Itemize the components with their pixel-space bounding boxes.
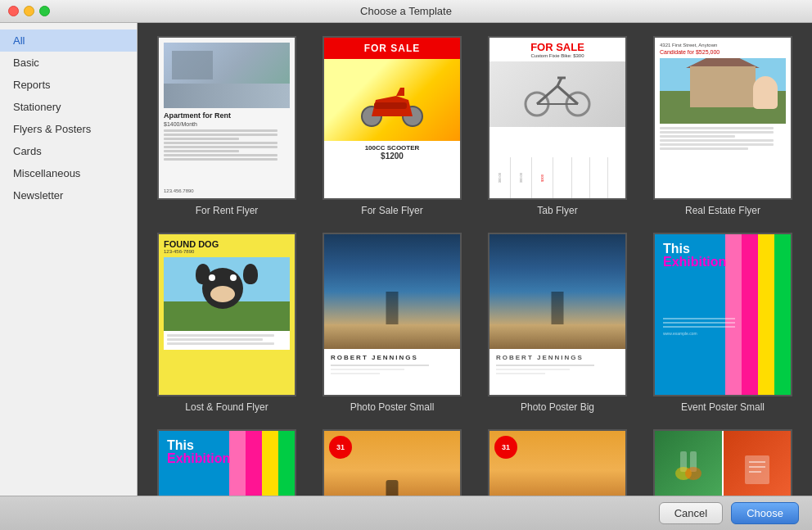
template-thumb-surf-sun-beach-1[interactable]: 31 SURF, SUN &BEACH PARTY bbox=[323, 429, 462, 496]
sidebar-item-all[interactable]: All bbox=[0, 29, 137, 52]
eps-title-exhibition: Exhibition bbox=[663, 256, 783, 269]
template-thumb-event-poster-small[interactable]: This Exhibition www.example.com bbox=[653, 233, 792, 396]
sidebar: All Basic Reports Stationery Flyers & Po… bbox=[0, 23, 138, 496]
window-title: Choose a Template bbox=[360, 5, 452, 17]
sale-text: 100CC SCOOTER $1200 bbox=[324, 141, 460, 164]
dog-shape bbox=[202, 268, 251, 321]
flyer-exh-preview: This Exhibition bbox=[159, 431, 295, 496]
minimize-button[interactable] bbox=[24, 6, 34, 16]
template-item-real-estate-flyer[interactable]: 4321 First Street, Anytown Candidate for… bbox=[647, 36, 799, 216]
sidebar-item-reports[interactable]: Reports bbox=[0, 74, 137, 96]
rent-price: $1400/Month bbox=[164, 121, 290, 127]
surf2-date-circle: 31 bbox=[494, 436, 517, 459]
window-controls[interactable] bbox=[8, 6, 50, 16]
flyer-tab-preview: FOR SALE Custom Fixie Bike: $300 bbox=[489, 38, 625, 198]
template-item-lost-found-flyer[interactable]: FOUND DOG 123-456-7890 bbox=[151, 233, 303, 413]
sidebar-item-newsletter[interactable]: Newsletter bbox=[0, 184, 137, 206]
re-house-image bbox=[660, 58, 786, 124]
template-thumb-tab-flyer[interactable]: FOR SALE Custom Fixie Bike: $300 bbox=[488, 36, 627, 200]
choose-button[interactable]: Choose bbox=[731, 502, 799, 524]
sidebar-item-stationery[interactable]: Stationery bbox=[0, 96, 137, 118]
tab-strip-2: 300.00 bbox=[511, 157, 532, 198]
re-lines bbox=[660, 127, 786, 150]
sale-header: FOR SALE bbox=[324, 38, 460, 59]
flyer-eps-preview: This Exhibition www.example.com bbox=[655, 234, 791, 395]
flyer-sale-preview: FOR SALE 100CC SC bbox=[324, 38, 460, 198]
flyer-re-preview: 4321 First Street, Anytown Candidate for… bbox=[655, 38, 791, 198]
template-label-tab-flyer: Tab Flyer bbox=[537, 205, 577, 216]
template-thumb-photo-poster-small[interactable]: ROBERT JENNINGS bbox=[323, 233, 462, 396]
template-label-event-poster-small: Event Poster Small bbox=[681, 401, 765, 413]
sidebar-item-cards[interactable]: Cards bbox=[0, 140, 137, 162]
template-item-surf-sun-beach-1[interactable]: 31 SURF, SUN &BEACH PARTY Surf, Sun & Be… bbox=[316, 429, 468, 496]
flyer-ppb-preview: ROBERT JENNINGS bbox=[489, 234, 625, 395]
sale-image bbox=[324, 59, 460, 141]
template-thumb-lorem-elementary[interactable]: Lorem Elementary bbox=[653, 429, 792, 496]
surf-image: 31 bbox=[324, 431, 460, 496]
lf-dog-image bbox=[164, 257, 290, 331]
dog-head bbox=[202, 268, 243, 309]
lf-body bbox=[164, 331, 290, 350]
flyer-surf2-preview: 31 SURF, SUN & bbox=[489, 431, 625, 496]
template-item-tab-flyer[interactable]: FOR SALE Custom Fixie Bike: $300 bbox=[481, 36, 634, 216]
surf-date-circle: 31 bbox=[329, 436, 352, 459]
template-thumb-lost-found-flyer[interactable]: FOUND DOG 123-456-7890 bbox=[157, 233, 296, 396]
template-thumb-for-rent-flyer[interactable]: Apartment for Rent $1400/Month bbox=[157, 36, 296, 200]
template-thumb-real-estate-flyer[interactable]: 4321 First Street, Anytown Candidate for… bbox=[653, 36, 792, 200]
template-label-real-estate-flyer: Real Estate Flyer bbox=[685, 205, 760, 216]
rent-lines bbox=[164, 129, 290, 161]
template-thumb-photo-poster-big[interactable]: ROBERT JENNINGS bbox=[488, 233, 627, 396]
exh-title-this: This bbox=[167, 439, 286, 452]
sidebar-item-miscellaneous[interactable]: Miscellaneous bbox=[0, 162, 137, 184]
template-label-for-sale-flyer: For Sale Flyer bbox=[361, 205, 422, 216]
template-grid-container[interactable]: Apartment for Rent $1400/Month bbox=[138, 23, 812, 496]
re-house bbox=[690, 66, 756, 107]
lf-lines bbox=[167, 334, 286, 345]
cancel-button[interactable]: Cancel bbox=[659, 502, 723, 524]
pps-name: ROBERT JENNINGS bbox=[331, 354, 453, 361]
pps-image bbox=[324, 234, 460, 349]
eps-link: www.example.com bbox=[663, 331, 783, 336]
sidebar-item-basic[interactable]: Basic bbox=[0, 52, 137, 74]
template-grid: Apartment for Rent $1400/Month bbox=[151, 36, 799, 496]
lorem-grid bbox=[655, 431, 791, 496]
bottom-bar: Cancel Choose bbox=[0, 496, 812, 530]
template-label-for-rent-flyer: For Rent Flyer bbox=[196, 205, 259, 216]
rent-phone: 123.456.7890 bbox=[164, 188, 194, 193]
sidebar-item-flyers-posters[interactable]: Flyers & Posters bbox=[0, 118, 137, 140]
eps-title-this: This bbox=[663, 242, 783, 256]
pps-text-area: ROBERT JENNINGS bbox=[324, 349, 460, 379]
tab-strip-3: $300 bbox=[532, 157, 553, 198]
science-icon bbox=[668, 447, 709, 488]
re-price: Candidate for $525,000 bbox=[660, 49, 786, 55]
template-label-photo-poster-small: Photo Poster Small bbox=[350, 401, 435, 413]
template-thumb-surf-sun-beach-2[interactable]: 31 SURF, SUN & bbox=[488, 429, 627, 496]
template-thumb-exhibition[interactable]: This Exhibition bbox=[157, 429, 296, 496]
template-item-surf-sun-beach-2[interactable]: 31 SURF, SUN & Surf, Sun & bbox=[481, 429, 634, 496]
close-button[interactable] bbox=[8, 6, 19, 16]
rent-image bbox=[164, 43, 290, 108]
maximize-button[interactable] bbox=[39, 6, 50, 16]
dog-face bbox=[210, 286, 235, 302]
tab-bike-image bbox=[489, 61, 625, 127]
eps-info-lines bbox=[663, 318, 783, 328]
book-icon bbox=[737, 447, 778, 488]
template-item-for-sale-flyer[interactable]: FOR SALE 100CC SC bbox=[316, 36, 468, 216]
template-thumb-for-sale-flyer[interactable]: FOR SALE 100CC SC bbox=[323, 36, 462, 200]
template-item-lorem-elementary[interactable]: Lorem Elementary Lorem Elementary bbox=[647, 429, 799, 496]
template-item-photo-poster-small[interactable]: ROBERT JENNINGS Photo Poster Small bbox=[316, 233, 468, 413]
template-item-for-rent-flyer[interactable]: Apartment for Rent $1400/Month bbox=[151, 36, 303, 216]
template-item-event-poster-small[interactable]: This Exhibition www.example.com Event Po… bbox=[647, 233, 799, 413]
flyer-surf-preview: 31 SURF, SUN &BEACH PARTY bbox=[324, 431, 460, 496]
flyer-rent-preview: Apartment for Rent $1400/Month bbox=[159, 38, 295, 198]
exh-title-exhibition: Exhibition bbox=[167, 452, 286, 465]
template-item-exhibition[interactable]: This Exhibition Exhibition bbox=[151, 429, 303, 496]
bike-icon bbox=[517, 70, 598, 119]
ppb-image bbox=[489, 234, 625, 349]
ppb-text-area: ROBERT JENNINGS bbox=[489, 349, 625, 379]
template-label-photo-poster-big: Photo Poster Big bbox=[521, 401, 594, 413]
rent-headline: Apartment for Rent bbox=[164, 111, 290, 120]
surf2-image: 31 bbox=[489, 431, 625, 496]
tab-strip-1: 300.00 bbox=[489, 157, 511, 198]
template-item-photo-poster-big[interactable]: ROBERT JENNINGS Photo Poster Big bbox=[481, 233, 634, 413]
